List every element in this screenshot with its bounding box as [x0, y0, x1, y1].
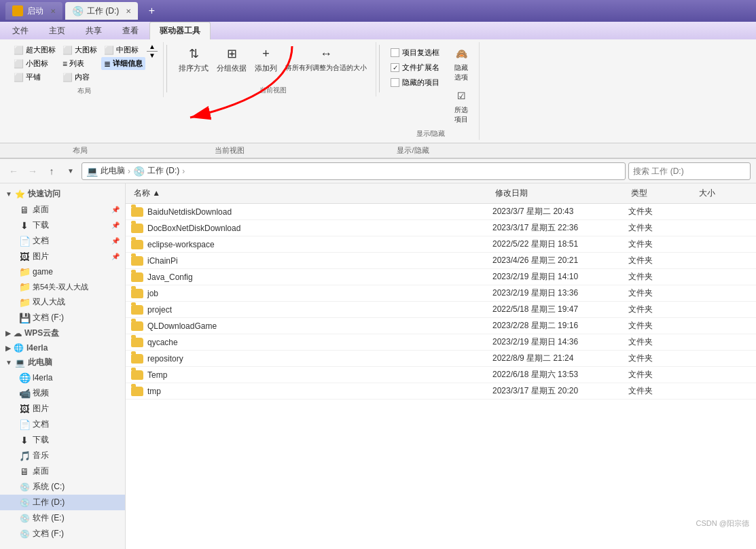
ribbon-tab-home[interactable]: 主页 [39, 22, 75, 39]
ribbon-tab-share[interactable]: 共享 [76, 22, 111, 39]
address-bar[interactable]: 💻 此电脑 › 💿 工作 (D:) › [82, 162, 626, 180]
tab-startup[interactable]: 启动 ✕ [5, 2, 62, 20]
sidebar-item-docf[interactable]: 💾 文档 (F:) [0, 310, 125, 325]
forward-button[interactable]: → [24, 163, 41, 179]
sidebar-item-l4erla2[interactable]: 🌐 l4erla [0, 370, 125, 385]
workd-icon: 💿 [19, 497, 30, 508]
btn-large[interactable]: ⬜ 大图标 [60, 43, 100, 56]
table-row[interactable]: Java_Config 2023/2/19 星期日 14:10 文件夹 [126, 269, 756, 285]
checkbox-item-ext[interactable]: ✓ 文件扩展名 [388, 61, 442, 74]
table-row[interactable]: DocBoxNetDiskDownload 2023/3/17 星期五 22:3… [126, 220, 756, 236]
doc2-icon: 📄 [19, 419, 30, 430]
sidebar-item-docf2[interactable]: 💿 文档 (F:) [0, 526, 125, 542]
table-row[interactable]: iChainPi 2023/4/26 星期三 20:21 文件夹 [126, 253, 756, 269]
btn-list[interactable]: ≡ 列表 [60, 57, 100, 70]
sysc-icon: 💿 [19, 482, 30, 493]
sidebar-section-quick-access[interactable]: ▼ ⭐ 快速访问 [0, 186, 125, 202]
table-row[interactable]: Temp 2022/6/18 星期六 13:53 文件夹 [126, 367, 756, 383]
file-date: 2022/8/9 星期二 21:24 [492, 353, 628, 364]
current-view-group-label: 当前视图 [259, 83, 287, 95]
sidebar-item-download[interactable]: ⬇ 下载 📌 [0, 217, 125, 233]
tab-startup-close[interactable]: ✕ [50, 7, 56, 15]
table-row[interactable]: repository 2022/8/9 星期二 21:24 文件夹 [126, 351, 756, 367]
tab-work-d[interactable]: 💿 工作 (D:) ✕ [65, 2, 138, 20]
ext-checkbox[interactable]: ✓ [391, 63, 399, 72]
btn-select[interactable]: ☑ 所选项目 [449, 86, 473, 126]
btn-add-col[interactable]: + 添加列 [251, 43, 281, 75]
btn-content[interactable]: ⬜ 内容 [60, 71, 100, 84]
table-row[interactable]: tmp 2023/3/17 星期五 20:20 文件夹 [126, 383, 756, 400]
ribbon-group-current-view: ⇅ 排序方式 ⊞ 分组依据 + 添加列 ↔ 将所有列调整为合适的大小 当前视图 [170, 42, 376, 96]
item-check-checkbox[interactable] [391, 48, 399, 57]
btn-sort[interactable]: ⇅ 排序方式 [175, 43, 212, 75]
btn-medium[interactable]: ⬜ 中图标 [101, 43, 145, 56]
current-view-label: 当前视图 [155, 145, 304, 156]
sidebar-item-sysc[interactable]: 💿 系统 (C:) [0, 479, 125, 495]
btn-extra-large[interactable]: ⬜ 超大图标 [11, 43, 58, 56]
sidebar-item-war2[interactable]: 📁 双人大战 [0, 294, 125, 310]
sidebar-item-desktop[interactable]: 🖥 桌面 📌 [0, 202, 125, 217]
table-row[interactable]: job 2023/2/19 星期日 13:36 文件夹 [126, 285, 756, 302]
sidebar-item-doc2[interactable]: 📄 文档 [0, 417, 125, 432]
sidebar-section-l4erla[interactable]: ▶ 🌐 l4erla [0, 341, 125, 355]
new-tab-button[interactable]: + [143, 3, 160, 19]
sidebar-item-pic2[interactable]: 🖼 图片 [0, 401, 125, 417]
docf2-icon: 💿 [19, 529, 30, 539]
sidebar-item-pic[interactable]: 🖼 图片 📌 [0, 249, 125, 264]
ribbon-tab-file[interactable]: 文件 [3, 22, 38, 39]
col-date[interactable]: 修改日期 [492, 186, 628, 200]
btn-hide[interactable]: 🙈 隐藏选项 [449, 43, 473, 84]
sidebar-item-video[interactable]: 📹 视频 [0, 385, 125, 401]
layout-expand[interactable]: ▲ ▼ [147, 43, 158, 59]
file-type: 文件夹 [628, 238, 696, 250]
sidebar-section-wps[interactable]: ▶ ☁ WPS云盘 [0, 325, 125, 341]
ribbon: 文件 主页 共享 查看 驱动器工具 ⬜ 超大图标 ⬜ 小图标 ⬜ [0, 22, 756, 159]
col-size[interactable]: 大小 [696, 186, 751, 200]
sidebar-item-doc[interactable]: 📄 文档 📌 [0, 233, 125, 249]
table-row[interactable]: qycache 2023/2/19 星期日 14:36 文件夹 [126, 334, 756, 351]
sidebar-item-workd[interactable]: 💿 工作 (D:) [0, 495, 125, 510]
search-input[interactable] [628, 162, 751, 180]
sidebar-item-desktop2[interactable]: 🖥 桌面 [0, 463, 125, 479]
up-button[interactable]: ↑ [43, 163, 60, 179]
col-name[interactable]: 名称 ▲ [131, 186, 492, 200]
ribbon-tab-drive[interactable]: 驱动器工具 [149, 22, 211, 39]
drive-icon2: 💿 [133, 166, 145, 177]
tab-startup-label: 启动 [27, 5, 43, 17]
file-name-cell: iChainPi [131, 256, 492, 266]
pic2-icon: 🖼 [19, 404, 30, 414]
table-row[interactable]: eclipse-workspace 2022/5/22 星期日 18:51 文件… [126, 236, 756, 253]
pin-icon-pic: 📌 [111, 253, 120, 260]
thispc-icon: 💻 [15, 358, 25, 368]
file-date: 2023/3/17 星期五 22:36 [492, 222, 628, 234]
ribbon-tab-bar: 文件 主页 共享 查看 驱动器工具 [0, 22, 756, 39]
file-name-text: tmp [147, 387, 161, 396]
l4erla-expand-icon: ▶ [5, 344, 11, 352]
file-header[interactable]: 名称 ▲ 修改日期 类型 大小 [126, 183, 756, 204]
back-button[interactable]: ← [5, 163, 22, 179]
hidden-checkbox[interactable] [391, 78, 399, 87]
col-type[interactable]: 类型 [628, 186, 696, 200]
table-row[interactable]: BaiduNetdiskDownload 2023/3/7 星期二 20:43 … [126, 204, 756, 220]
checkbox-item-check[interactable]: 项目复选框 [388, 46, 442, 59]
table-row[interactable]: project 2022/5/18 星期三 19:47 文件夹 [126, 302, 756, 318]
file-list: BaiduNetdiskDownload 2023/3/7 星期二 20:43 … [126, 204, 756, 400]
recent-button[interactable]: ▼ [62, 163, 79, 179]
btn-tile[interactable]: ⬜ 平铺 [11, 71, 58, 84]
btn-small-icon[interactable]: ⬜ 小图标 [11, 57, 58, 70]
btn-detail[interactable]: ≣ 详细信息 [101, 57, 145, 70]
sidebar-item-music[interactable]: 🎵 音乐 [0, 448, 125, 463]
sidebar-section-thispc[interactable]: ▼ 💻 此电脑 [0, 355, 125, 370]
table-row[interactable]: QLDownloadGame 2023/2/28 星期二 19:16 文件夹 [126, 318, 756, 334]
btn-group[interactable]: ⊞ 分组依据 [213, 43, 250, 75]
file-name-cell: job [131, 289, 492, 298]
btn-fit-col[interactable]: ↔ 将所有列调整为合适的大小 [282, 43, 370, 75]
ribbon-tab-view[interactable]: 查看 [113, 22, 148, 39]
sidebar-item-softe[interactable]: 💿 软件 (E:) [0, 510, 125, 526]
sidebar-item-game[interactable]: 📁 game [0, 264, 125, 279]
sidebar-item-dl2[interactable]: ⬇ 下载 [0, 432, 125, 448]
checkbox-item-hidden[interactable]: 隐藏的项目 [388, 76, 442, 89]
tab-workd-close[interactable]: ✕ [126, 7, 131, 15]
sidebar-item-war54[interactable]: 📁 第54关-双人大战 [0, 279, 125, 294]
desktop-icon: 🖥 [19, 205, 30, 215]
